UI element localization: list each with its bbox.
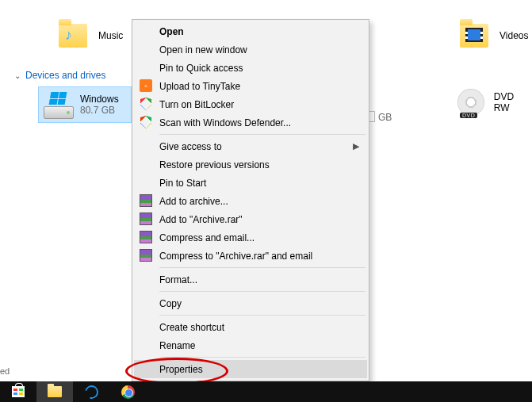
defender-icon bbox=[139, 115, 153, 129]
drive-sublabel: 80.7 GB bbox=[80, 105, 119, 116]
ctx-give-access[interactable]: Give access to ▶ bbox=[134, 137, 367, 155]
ctx-add-archive[interactable]: Add to archive... bbox=[134, 192, 367, 210]
ctx-upload-tinytake[interactable]: ◦ Upload to TinyTake bbox=[134, 77, 367, 95]
drive-label: DVD RW bbox=[494, 91, 532, 113]
ctx-format[interactable]: Format... bbox=[134, 270, 367, 289]
library-item-videos[interactable]: Videos bbox=[460, 24, 528, 48]
winrar-icon bbox=[139, 230, 153, 244]
library-item-music[interactable]: ♪ Music bbox=[59, 24, 123, 48]
ctx-rename[interactable]: Rename bbox=[134, 336, 367, 354]
taskbar-file-explorer[interactable] bbox=[36, 381, 73, 402]
drive-item-dvd[interactable]: DVD DVD RW bbox=[457, 89, 532, 116]
folder-label: Music bbox=[98, 30, 123, 41]
edge-icon bbox=[82, 382, 100, 400]
taskbar-chrome[interactable] bbox=[109, 381, 146, 402]
ctx-open[interactable]: Open bbox=[134, 22, 367, 40]
section-devices-and-drives[interactable]: ⌄ Devices and drives bbox=[14, 70, 105, 81]
shield-icon bbox=[139, 97, 153, 111]
drive-label: Windows bbox=[80, 94, 119, 105]
ctx-compress-email[interactable]: Compress and email... bbox=[134, 228, 367, 247]
tinytake-icon: ◦ bbox=[139, 78, 153, 93]
taskbar bbox=[0, 381, 532, 402]
ctx-pin-start[interactable]: Pin to Start bbox=[134, 174, 367, 192]
ctx-add-archive-rar[interactable]: Add to "Archive.rar" bbox=[134, 210, 367, 228]
folder-icon bbox=[48, 386, 62, 397]
winrar-icon bbox=[139, 193, 153, 208]
capacity-unit: GB bbox=[378, 112, 392, 123]
folder-icon bbox=[460, 24, 488, 48]
status-text: ed bbox=[0, 366, 10, 376]
submenu-arrow-icon: ▶ bbox=[353, 141, 359, 151]
ctx-open-new-window[interactable]: Open in new window bbox=[134, 40, 367, 59]
disc-icon: DVD bbox=[457, 89, 484, 116]
drive-icon bbox=[44, 90, 74, 119]
ctx-bitlocker[interactable]: Turn on BitLocker bbox=[134, 95, 367, 113]
windows-logo-icon bbox=[49, 92, 67, 105]
ctx-compress-rar-email[interactable]: Compress to "Archive.rar" and email bbox=[134, 247, 367, 265]
drive-item-windows[interactable]: Windows 80.7 GB bbox=[38, 86, 132, 123]
ctx-copy[interactable]: Copy bbox=[134, 294, 367, 312]
taskbar-edge[interactable] bbox=[73, 381, 109, 402]
folder-label: Videos bbox=[499, 30, 528, 41]
ctx-properties[interactable]: Properties bbox=[134, 360, 367, 378]
chevron-down-icon: ⌄ bbox=[14, 71, 21, 80]
ctx-defender-scan[interactable]: Scan with Windows Defender... bbox=[134, 113, 367, 132]
chrome-icon bbox=[121, 385, 135, 399]
taskbar-store[interactable] bbox=[0, 381, 36, 402]
context-menu: Open Open in new window Pin to Quick acc… bbox=[132, 19, 369, 381]
section-title: Devices and drives bbox=[25, 70, 105, 81]
ctx-create-shortcut[interactable]: Create shortcut bbox=[134, 318, 367, 336]
ctx-pin-quick-access[interactable]: Pin to Quick access bbox=[134, 59, 367, 77]
winrar-icon bbox=[139, 212, 153, 226]
winrar-icon bbox=[139, 248, 153, 262]
folder-icon: ♪ bbox=[59, 24, 87, 48]
ctx-restore-versions[interactable]: Restore previous versions bbox=[134, 155, 367, 174]
store-icon bbox=[12, 386, 25, 397]
